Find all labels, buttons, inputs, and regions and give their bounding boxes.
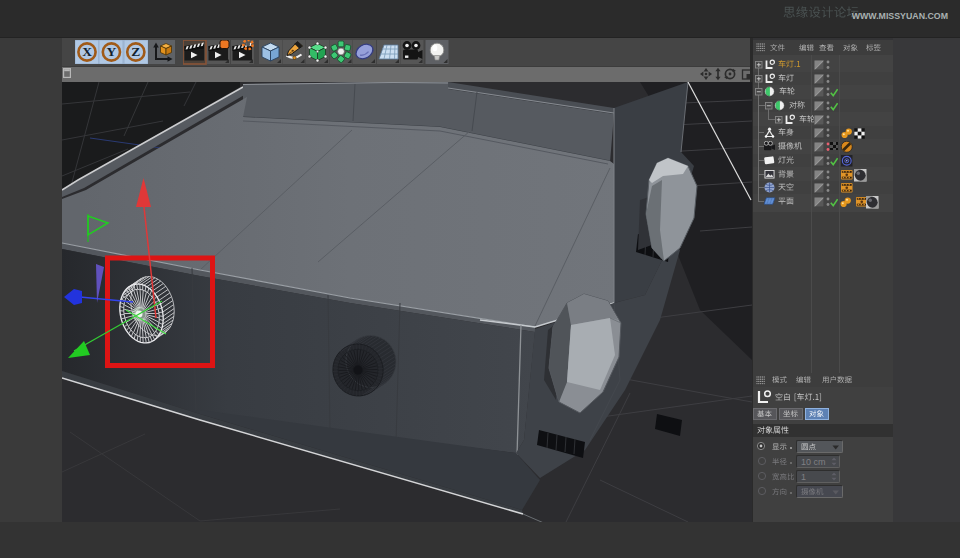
svg-text:X: X	[82, 44, 92, 59]
svg-text:Z: Z	[131, 44, 140, 59]
svg-text:Y: Y	[107, 44, 117, 59]
